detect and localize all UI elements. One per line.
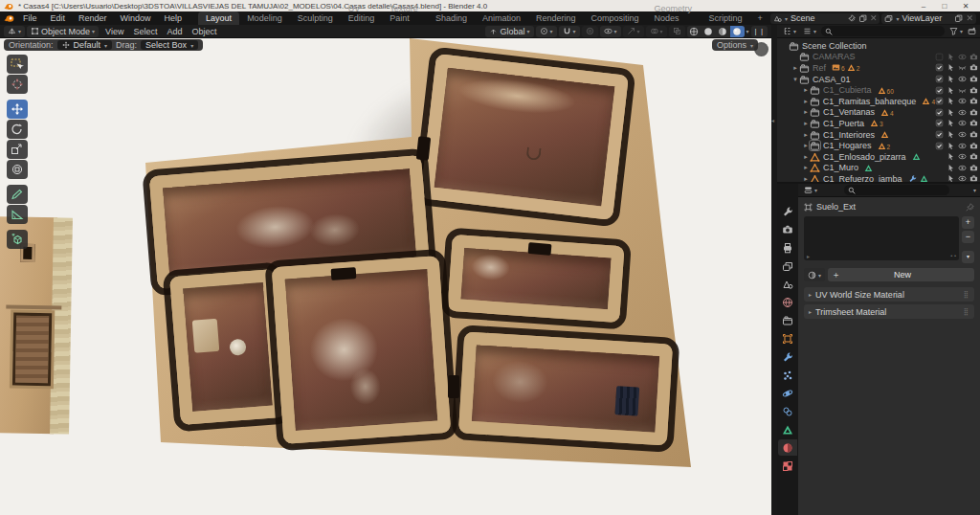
menu-render[interactable]: Render: [72, 13, 114, 23]
remove-view-layer-icon[interactable]: ✕: [966, 13, 973, 23]
disable-render-icon[interactable]: [969, 174, 978, 182]
outliner-filter-dropdown[interactable]: ▾: [947, 26, 965, 37]
menu-window[interactable]: Window: [114, 13, 158, 23]
expand-toggle[interactable]: ▸: [802, 142, 810, 149]
material-specials-button[interactable]: ▾: [962, 251, 974, 263]
remove-material-slot-button[interactable]: −: [962, 231, 974, 243]
expand-toggle[interactable]: ▸: [802, 86, 810, 94]
outliner-editor-type-button[interactable]: ▾: [781, 26, 798, 37]
selectable-icon[interactable]: [947, 108, 955, 117]
expand-toggle[interactable]: ▸: [802, 98, 810, 105]
disable-render-icon[interactable]: [969, 108, 978, 117]
exclude-checkbox[interactable]: [935, 119, 944, 127]
tab-scripting[interactable]: Scripting: [702, 11, 750, 25]
outliner-row[interactable]: ▸C1_Hogares2: [777, 140, 980, 151]
disable-render-icon[interactable]: [969, 86, 978, 95]
exclude-checkbox[interactable]: [935, 86, 944, 95]
tab-texture-paint[interactable]: Texture Paint: [382, 2, 428, 25]
properties-tab-tool[interactable]: [778, 203, 797, 219]
selectable-icon[interactable]: [947, 119, 955, 127]
transform-orientation-dropdown[interactable]: Global ▾: [485, 26, 533, 37]
room-top-right[interactable]: [420, 54, 629, 220]
shading-dropdown[interactable]: ▾: [746, 28, 749, 34]
hide-viewport-icon-closed[interactable]: [958, 63, 967, 72]
viewport-menu-select[interactable]: Select: [128, 27, 162, 36]
properties-options-dropdown[interactable]: ▾: [973, 187, 976, 193]
mode-dropdown[interactable]: Object Mode ▾: [27, 26, 99, 37]
tab-compositing[interactable]: Compositing: [584, 11, 647, 25]
expand-toggle[interactable]: ▸: [802, 131, 810, 139]
outliner-search-input[interactable]: [821, 26, 945, 36]
tool-annotate[interactable]: [7, 185, 28, 204]
exclude-checkbox[interactable]: [935, 63, 944, 72]
hide-viewport-icon[interactable]: [958, 142, 967, 150]
properties-tab-physics[interactable]: [778, 385, 797, 401]
selectable-icon[interactable]: [947, 142, 955, 150]
object-visibility-dropdown[interactable]: ▾: [600, 26, 621, 37]
disable-render-icon[interactable]: [969, 97, 978, 105]
new-scene-icon[interactable]: [858, 14, 867, 23]
overlays-toggle[interactable]: ▾: [646, 26, 667, 37]
pause-button[interactable]: | |: [751, 26, 768, 37]
minimize-button[interactable]: –: [913, 2, 934, 11]
pivot-point-dropdown[interactable]: ▾: [536, 26, 557, 37]
outliner-row[interactable]: ▾CASA_01: [777, 74, 980, 85]
tab-rendering[interactable]: Rendering: [528, 11, 584, 25]
properties-tab-scene[interactable]: [778, 276, 797, 292]
selectable-icon[interactable]: [947, 97, 955, 105]
maximize-button[interactable]: □: [934, 2, 955, 11]
expand-toggle[interactable]: ▸: [791, 64, 799, 72]
outliner-row[interactable]: ▸C1_Puerta3: [777, 118, 980, 129]
view-layer-selector[interactable]: ▾ ViewLayer ✕: [881, 13, 976, 24]
properties-tab-modifiers[interactable]: [778, 348, 797, 365]
properties-editor-type-button[interactable]: ▾: [802, 185, 819, 196]
selectable-icon[interactable]: [947, 174, 955, 182]
disable-render-icon[interactable]: [969, 142, 978, 150]
tab-geometry-nodes[interactable]: Geometry Nodes: [647, 2, 702, 25]
room-bottom-right[interactable]: [458, 331, 673, 445]
viewport-menu-add[interactable]: Add: [162, 27, 187, 36]
tab-sculpting[interactable]: Sculpting: [290, 11, 341, 25]
hide-viewport-icon[interactable]: [958, 130, 967, 139]
options-dropdown[interactable]: Options ▾: [712, 39, 758, 51]
pin-icon[interactable]: [966, 203, 974, 212]
tab-modeling[interactable]: Modeling: [239, 11, 290, 25]
outliner-row[interactable]: ▸Ref62: [777, 62, 980, 74]
snap-dropdown[interactable]: ▾: [559, 26, 580, 37]
viewport-menu-object[interactable]: Object: [187, 27, 221, 36]
exclude-checkbox[interactable]: [935, 130, 944, 139]
properties-tab-object[interactable]: [778, 330, 797, 347]
xray-toggle[interactable]: [669, 26, 685, 37]
shading-rendered-button[interactable]: [730, 26, 745, 37]
unlink-scene-icon[interactable]: ✕: [870, 13, 878, 23]
expand-toggle[interactable]: ▾: [791, 76, 799, 83]
properties-tab-texture[interactable]: [778, 458, 797, 474]
hide-viewport-icon[interactable]: [958, 108, 967, 117]
properties-tab-collection[interactable]: [778, 312, 797, 328]
expand-toggle[interactable]: ▸: [802, 108, 810, 116]
slot-list-expand[interactable]: ▸: [807, 253, 810, 259]
outliner-row[interactable]: ▸C1_Ventanas4: [777, 107, 980, 119]
expand-toggle[interactable]: ▸: [802, 120, 810, 127]
outliner-row[interactable]: ▸C1_Cubierta60: [777, 84, 980, 96]
hide-viewport-icon-closed[interactable]: [958, 86, 967, 95]
pin-icon[interactable]: [847, 14, 856, 23]
hide-viewport-icon[interactable]: [958, 174, 967, 182]
disable-render-icon[interactable]: [969, 164, 978, 172]
outliner-row[interactable]: ▸C1_Refuerzo_jamba: [777, 173, 980, 182]
editor-divider[interactable]: ◂: [771, 25, 777, 515]
exclude-checkbox[interactable]: [935, 97, 944, 105]
selectable-icon[interactable]: [947, 86, 955, 95]
hide-viewport-icon[interactable]: [958, 164, 967, 172]
selectable-icon[interactable]: [947, 63, 955, 72]
tool-add-cube[interactable]: [7, 230, 28, 249]
new-material-button[interactable]: ＋ New: [828, 268, 974, 281]
disable-render-icon[interactable]: [969, 130, 978, 139]
orientation-dropdown[interactable]: Default ▾: [57, 40, 113, 50]
disable-render-icon[interactable]: [969, 75, 978, 83]
browse-material-dropdown[interactable]: ▾: [804, 268, 825, 281]
close-button[interactable]: ✕: [955, 2, 976, 11]
expand-toggle[interactable]: ▸: [802, 164, 810, 171]
scene-selector[interactable]: ▾ Scene ✕: [770, 13, 880, 24]
tool-scale[interactable]: [7, 140, 28, 159]
